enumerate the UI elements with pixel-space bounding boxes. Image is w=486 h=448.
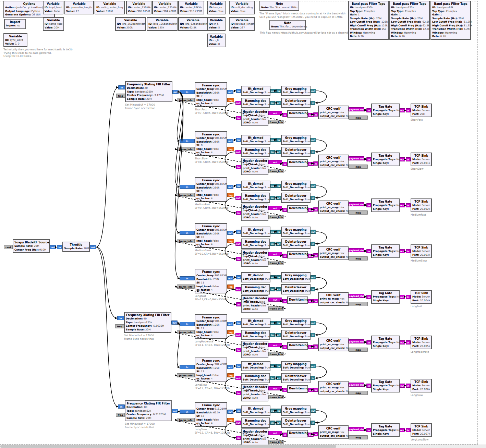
in-port[interactable]: in	[180, 231, 195, 235]
msg-port[interactable]: msg	[349, 210, 368, 215]
block-r2-fft[interactable]: fft_demodSoft_Decoding:Trueinout	[241, 135, 270, 145]
in-port[interactable]: in	[311, 196, 315, 200]
out-port[interactable]: out	[227, 365, 233, 369]
block-r3-fft[interactable]: fft_demodSoft_Decoding:Trueinout	[241, 181, 270, 191]
block-r5-ham[interactable]: Hamming decSoft_Decoding:Trueoutin	[241, 284, 270, 294]
out-port[interactable]: out	[270, 89, 276, 93]
block-filter2[interactable]: Frequency Xlating FIR FilterDecimation:4…	[124, 312, 171, 333]
out-port[interactable]: out	[235, 196, 241, 200]
out-port[interactable]: out	[50, 245, 56, 249]
block-r7-ham[interactable]: Hamming decSoft_Decoding:Trueoutin	[241, 373, 270, 383]
block-r4-fs[interactable]: Frame syncCenter_freq:906.875MBandwidth:…	[195, 223, 227, 248]
frame-info-port[interactable]: frame_info	[177, 330, 195, 334]
block-r4-hdr[interactable]: Header decoderImpl_head:Falseprint_heade…	[241, 250, 268, 267]
horizontal-scrollbar[interactable]	[0, 445, 486, 448]
in-port[interactable]: in	[236, 321, 241, 325]
in-port[interactable]: in	[366, 203, 371, 207]
in-port[interactable]: in	[236, 257, 241, 261]
block-r3-fs[interactable]: Frame syncCenter_freq:906.875MBandwidth:…	[195, 177, 227, 202]
block-note-frame-sync[interactable]: NoteNote:The "Fra...ure at 1MHz.	[259, 1, 299, 11]
in-port[interactable]: in	[366, 340, 371, 344]
out-port[interactable]: out	[400, 295, 405, 299]
cmd-port[interactable]: cmd	[4, 245, 13, 249]
out-port[interactable]: out	[227, 276, 233, 280]
block-r7-tcp[interactable]: TCP SinkMode:ServerPort:20.006kin	[411, 379, 432, 392]
block-r2-hdr[interactable]: Header decoderImpl_head:Falseprint_heade…	[241, 158, 268, 175]
msg-port[interactable]: msg	[349, 116, 368, 120]
block-r7-deint[interactable]: DeinterleaverSoft_Decoding:Trueoutin	[281, 373, 311, 383]
block-soapy[interactable]: Soapy BladeRF SourceSample Rate:20MCente…	[13, 239, 50, 253]
out-port[interactable]: out	[268, 386, 282, 390]
block-bandpass62k[interactable]: Band-pass Filter TapsID:bandpass62kTap T…	[430, 1, 471, 40]
block-r6-tag[interactable]: Tag GatePropagate Tags:NoSingle Key:inou…	[371, 336, 400, 349]
block-r7-crc[interactable]: CRC verifprint_rx_msg:Hexoutput_crc_chec…	[318, 381, 349, 395]
block-var-samp-rate[interactable]: VariableID:samp_rateValue:20M	[43, 17, 64, 31]
freq-port[interactable]: freq	[116, 94, 125, 98]
out-port[interactable]: out	[270, 364, 276, 368]
block-r3-ham[interactable]: Hamming decSoft_Decoding:Trueoutin	[241, 193, 270, 203]
block-r8-crc[interactable]: CRC verifprint_rx_msg:Hexoutput_crc_chec…	[318, 425, 349, 439]
out-port[interactable]: out	[235, 242, 241, 246]
block-import[interactable]: ImportImport:np	[4, 19, 26, 29]
out-port[interactable]: out	[268, 431, 282, 435]
block-r1-deint[interactable]: DeinterleaverSoft_Decoding:Trueoutin	[281, 98, 311, 108]
in-port[interactable]: in	[406, 384, 411, 388]
frame-info-port[interactable]: frame_info	[268, 352, 284, 356]
out-port[interactable]: out	[308, 345, 314, 349]
payload-char-port[interactable]: payload_char	[349, 202, 364, 206]
in-port[interactable]: in	[118, 85, 125, 89]
out-port[interactable]: out	[308, 299, 314, 303]
grc-canvas[interactable]: OptionsAuthor:Josh Co...yLinuxUser)Outpu…	[0, 0, 486, 448]
block-r3-dew[interactable]: Dewhiteninginout	[287, 205, 308, 213]
out-port[interactable]: out	[270, 184, 276, 188]
block-var-cr-8[interactable]: VariableID:cr_8Value:8	[207, 34, 226, 47]
in-port[interactable]: in	[180, 365, 195, 369]
out-port[interactable]: out	[311, 275, 316, 279]
block-r5-fs[interactable]: Frame syncCenter_freq:906.875MBandwidth:…	[195, 269, 227, 293]
in-port[interactable]: in	[282, 254, 287, 258]
out-port[interactable]: out	[311, 138, 316, 142]
block-var-sync-word[interactable]: VariableID:sync_wordValue:0, 0	[3, 33, 27, 47]
block-r8-tcp[interactable]: TCP SinkMode:ServerPort:20.007kin	[411, 423, 432, 437]
in-port[interactable]: in	[406, 340, 411, 344]
in-port[interactable]: in	[311, 287, 315, 291]
in-port[interactable]: in	[313, 299, 318, 303]
in-port[interactable]: in	[313, 161, 318, 166]
block-bandpass250k[interactable]: Band-pass Filter TapsID:bandpass250kTap …	[348, 1, 389, 40]
in-port[interactable]: in	[313, 207, 318, 211]
out-port[interactable]: out	[268, 206, 282, 210]
block-r7-tag[interactable]: Tag GatePropagate Tags:NoSingle Key:inou…	[371, 379, 400, 392]
in-port[interactable]: in	[276, 409, 281, 413]
in-port[interactable]: in	[236, 275, 241, 279]
payload-char-port[interactable]: payload_char	[349, 294, 364, 298]
block-var-center-250KHz[interactable]: VariableID:center_250KHzValue:906.875M	[126, 1, 151, 14]
block-r8-deint[interactable]: DeinterleaverSoft_Decoding:Trueoutin	[281, 417, 311, 428]
in-port[interactable]: in	[180, 276, 195, 280]
frame-info-port[interactable]: frame_info	[268, 261, 284, 265]
block-filter1[interactable]: Frequency Xlating FIR FilterDecimation:2…	[125, 81, 172, 102]
block-r4-deint[interactable]: DeinterleaverSoft_Decoding:Trueoutin	[281, 239, 311, 249]
block-throttle[interactable]: ThrottleSample Rate:20Minout	[62, 242, 90, 252]
out-port[interactable]: out	[400, 428, 405, 432]
msg-port[interactable]: msg	[349, 348, 368, 352]
in-port[interactable]: in	[276, 321, 281, 325]
in-port[interactable]: in	[311, 150, 315, 154]
log-port[interactable]: log	[227, 330, 234, 334]
block-r5-tcp[interactable]: TCP SinkMode:ServerPort:20.004kin	[411, 290, 432, 304]
in-port[interactable]: in	[270, 376, 275, 380]
frame-info-port[interactable]: frame_info	[177, 193, 195, 197]
block-r1-gray[interactable]: Gray mappingSoft_Decoding:Trueinout	[281, 86, 311, 96]
out-port[interactable]: out	[311, 409, 316, 413]
out-port[interactable]: out	[308, 433, 314, 437]
block-var-payload-length[interactable]: VariableID:payload_lengthValue:237	[229, 17, 255, 31]
block-r4-tag[interactable]: Tag GatePropagate Tags:NoSingle Key:inou…	[371, 244, 400, 258]
block-r4-ham[interactable]: Hamming decSoft_Decoding:Trueoutin	[241, 239, 270, 249]
block-note-dependency[interactable]: NoteNote:This flo... dependency.	[269, 20, 306, 30]
out-port[interactable]: out	[276, 242, 281, 246]
block-r1-crc[interactable]: CRC verifprint_rx_msg:Hexoutput_crc_chec…	[318, 106, 349, 119]
log-port[interactable]: log	[227, 193, 234, 197]
out-port[interactable]: out	[276, 101, 281, 105]
out-port[interactable]: out	[270, 275, 276, 279]
in-port[interactable]: in	[366, 384, 371, 388]
payload-char-port[interactable]: payload_char	[349, 156, 364, 160]
